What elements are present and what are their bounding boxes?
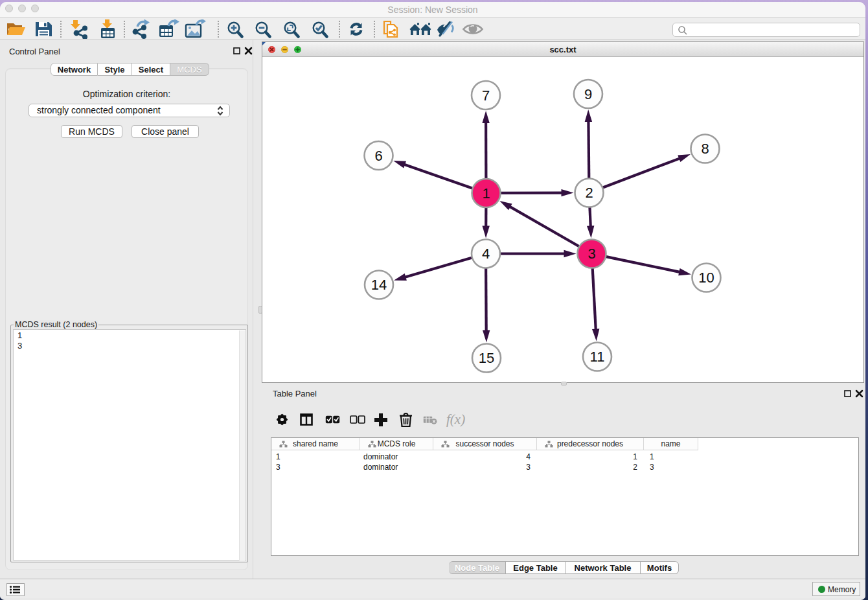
svg-text:2: 2 xyxy=(585,185,593,201)
svg-text:9: 9 xyxy=(584,86,592,102)
svg-text:15: 15 xyxy=(479,350,494,366)
svg-text:14: 14 xyxy=(371,277,387,293)
svg-text:1: 1 xyxy=(482,185,490,202)
svg-text:11: 11 xyxy=(590,349,605,365)
svg-text:7: 7 xyxy=(482,87,490,104)
svg-text:6: 6 xyxy=(374,148,382,164)
svg-text:8: 8 xyxy=(701,141,709,157)
svg-text:10: 10 xyxy=(698,270,714,286)
svg-text:4: 4 xyxy=(482,246,490,262)
svg-text:3: 3 xyxy=(588,246,595,262)
